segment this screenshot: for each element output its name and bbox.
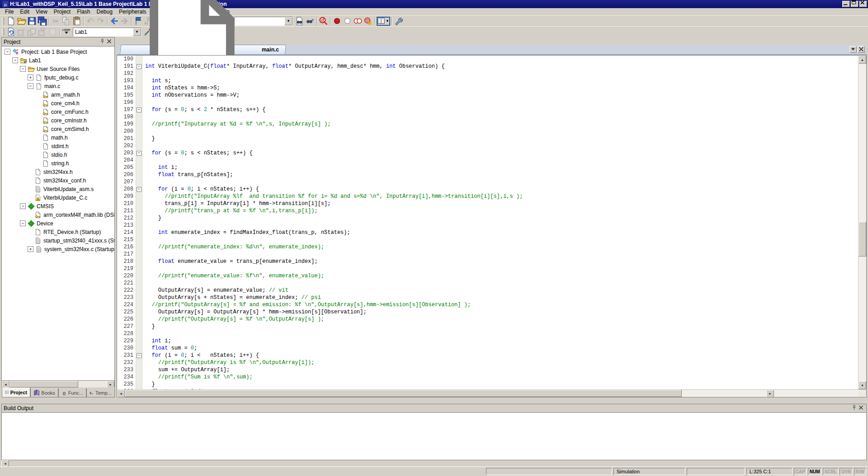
paste-button[interactable] <box>71 17 82 26</box>
tree-item[interactable]: +fputc_debug.c <box>2 73 114 82</box>
code-line[interactable]: 216 //printf("enumerate_index: %d\n", en… <box>117 243 858 251</box>
code-line[interactable]: 215 <box>117 236 858 243</box>
code-line[interactable]: 199 //printf("Inputarray at %d = %f \n",… <box>117 121 858 128</box>
scroll-right-arrow[interactable]: ► <box>766 390 774 397</box>
code-line[interactable]: 222 OutputArray[s] = enumerate_value; //… <box>117 287 858 294</box>
code-line[interactable]: 221 <box>117 280 858 287</box>
toolbar-grip[interactable] <box>2 28 4 36</box>
fold-collapse-icon[interactable]: − <box>137 107 142 112</box>
scroll-thumb[interactable] <box>859 222 866 257</box>
code-line[interactable]: 217 <box>117 251 858 258</box>
fold-collapse-icon[interactable]: − <box>137 64 142 69</box>
panel-tab-func[interactable]: {}Func... <box>58 388 86 397</box>
tree-item[interactable]: ViterbiUpdate_C.c <box>2 193 114 202</box>
expand-icon[interactable]: + <box>28 246 33 252</box>
fold-margin[interactable]: − <box>136 63 142 70</box>
fold-margin[interactable] <box>136 265 142 272</box>
tree-item[interactable]: RTE_Device.h (Startup) <box>2 228 114 236</box>
code-line[interactable]: 192 <box>117 70 858 77</box>
fold-margin[interactable] <box>136 84 142 92</box>
code-line[interactable]: 191−int ViterbiUpdate_C(float* InputArra… <box>117 63 858 70</box>
tree-item[interactable]: stdio.h <box>2 150 114 159</box>
fold-margin[interactable] <box>136 99 142 106</box>
fold-margin[interactable]: − <box>136 352 142 359</box>
tree-item[interactable]: stdint.h <box>2 142 114 150</box>
tree-item[interactable]: math.h <box>2 133 114 142</box>
tree-item[interactable]: −User Source Files <box>2 65 114 73</box>
collapse-icon[interactable]: − <box>20 66 26 72</box>
fold-collapse-icon[interactable]: − <box>137 151 142 156</box>
nav-back-button[interactable] <box>109 17 119 26</box>
tree-item[interactable]: ViterbiUpdate_asm.s <box>2 185 114 193</box>
fold-margin[interactable] <box>136 171 142 178</box>
code-line[interactable]: 231− for (i = 0; i < nStates; i++) { <box>117 352 858 359</box>
maximize-button[interactable] <box>851 1 859 7</box>
fold-margin[interactable] <box>136 178 142 186</box>
fold-margin[interactable]: − <box>136 149 142 157</box>
tree-item[interactable]: −Project: Lab 1 Base Project <box>2 47 114 56</box>
toolbar-grip[interactable] <box>2 17 4 25</box>
code-line[interactable]: 200 <box>117 128 858 135</box>
tree-item[interactable]: string.h <box>2 159 114 168</box>
code-line[interactable]: 236 float c = 1.0 / sum; <box>117 388 858 389</box>
panel-tab-project[interactable]: Project <box>2 387 30 397</box>
fold-margin[interactable] <box>136 345 142 352</box>
breakpoint-insert-button[interactable] <box>332 17 342 26</box>
fold-margin[interactable] <box>136 222 142 229</box>
code-line[interactable]: 220 //printf("enumerate_value: %f\n", en… <box>117 272 858 280</box>
code-line[interactable]: 224 //printf("OutputArray[s] = %f and em… <box>117 301 858 308</box>
fold-margin[interactable] <box>136 294 142 301</box>
fold-margin[interactable] <box>136 207 142 215</box>
code-line[interactable]: 225 OutputArray[s] = OutputArray[s] * hm… <box>117 308 858 316</box>
save-all-button[interactable] <box>37 17 47 26</box>
fold-margin[interactable] <box>136 308 142 316</box>
panel-tab-temp[interactable]: 0Temp... <box>86 388 115 397</box>
stop-build-button[interactable] <box>47 28 58 37</box>
fold-margin[interactable] <box>136 215 142 222</box>
window-layout-button[interactable]: ▼ <box>377 17 390 26</box>
panel-close-button[interactable] <box>858 406 864 411</box>
collapse-icon[interactable]: − <box>20 203 26 209</box>
fold-margin[interactable] <box>136 113 142 121</box>
code-line[interactable]: 232 //printf("OutputArray is %f \n",Outp… <box>117 359 858 366</box>
tree-item[interactable]: −CMSIS <box>2 202 114 210</box>
fold-margin[interactable] <box>136 301 142 308</box>
breakpoint-enable-button[interactable] <box>342 17 353 26</box>
code-line[interactable]: 201 } <box>117 135 858 142</box>
code-line[interactable]: 203− for (s = 0; s < nStates; s++) { <box>117 149 858 157</box>
scroll-left-arrow[interactable]: ◄ <box>117 390 125 397</box>
editor-tab-main-c[interactable]: main.c <box>120 45 286 54</box>
tree-item[interactable]: +system_stm32f4xx.c (Startup) <box>2 245 114 253</box>
code-line[interactable]: 190 <box>117 56 858 63</box>
fold-margin[interactable] <box>136 337 142 345</box>
code-line[interactable]: 218 float enumerate_value = trans_p[enum… <box>117 258 858 265</box>
fold-margin[interactable] <box>136 316 142 323</box>
code-line[interactable]: 235 } <box>117 381 858 388</box>
new-file-button[interactable] <box>6 17 16 26</box>
menu-project[interactable]: Project <box>51 8 74 15</box>
code-line[interactable]: 234 //printf("Sum is %f \n",sum); <box>117 373 858 381</box>
tree-item[interactable]: core_cmFunc.h <box>2 107 114 116</box>
debug-button[interactable]: d <box>318 17 329 26</box>
copy-button[interactable] <box>61 17 71 26</box>
fold-margin[interactable] <box>136 121 142 128</box>
fold-margin[interactable] <box>136 323 142 330</box>
fold-margin[interactable]: − <box>136 186 142 193</box>
breakpoint-disable-button[interactable] <box>353 17 363 26</box>
scroll-thumb[interactable] <box>9 381 78 387</box>
code-line[interactable]: 208− for (i = 0; i < nStates; i++) { <box>117 186 858 193</box>
save-button[interactable] <box>27 17 37 26</box>
menu-view[interactable]: View <box>33 8 51 15</box>
code-line[interactable]: 202 <box>117 142 858 149</box>
chevron-down-icon[interactable]: ▼ <box>284 17 292 25</box>
menu-debug[interactable]: Debug <box>94 8 116 15</box>
code-line[interactable]: 212 } <box>117 215 858 222</box>
fold-margin[interactable] <box>136 142 142 149</box>
code-line[interactable]: 194 int nStates = hmm->S; <box>117 84 858 92</box>
fold-margin[interactable] <box>136 135 142 142</box>
cut-button[interactable]: ✂ <box>51 17 61 26</box>
fold-margin[interactable] <box>136 236 142 243</box>
redo-button[interactable]: ↷ <box>95 17 106 26</box>
code-line[interactable]: 197− for (s = 0; s < 2 * nStates; s++) { <box>117 106 858 113</box>
download-button[interactable]: LOAD <box>61 28 71 37</box>
